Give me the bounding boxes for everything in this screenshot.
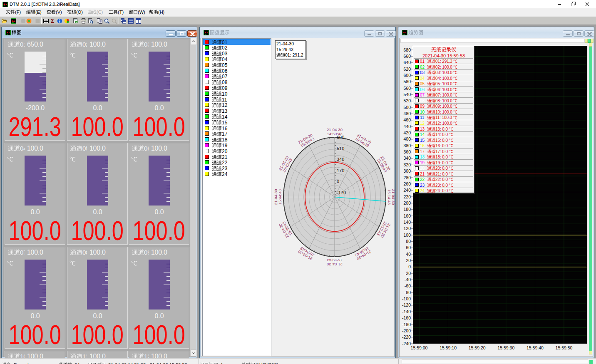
svg-text:480: 480 xyxy=(403,111,411,116)
svg-text:100: 100 xyxy=(403,233,411,238)
svg-text:60: 60 xyxy=(406,245,411,250)
svg-text:460: 460 xyxy=(403,117,411,122)
svg-text:15:29:43: 15:29:43 xyxy=(327,258,343,262)
svg-text:380: 380 xyxy=(403,143,411,148)
svg-text:540: 540 xyxy=(403,92,411,97)
svg-text:-180: -180 xyxy=(402,322,411,327)
svg-text:15:44:43: 15:44:43 xyxy=(278,189,282,205)
svg-text:-140: -140 xyxy=(402,309,411,314)
svg-text:170: 170 xyxy=(337,168,344,173)
svg-text:0: 0 xyxy=(408,264,411,269)
svg-text:-80: -80 xyxy=(405,290,411,295)
svg-text:80: 80 xyxy=(406,239,411,244)
svg-text:15:59:20: 15:59:20 xyxy=(469,345,486,350)
svg-text:240: 240 xyxy=(403,188,411,193)
svg-text:360: 360 xyxy=(403,149,411,154)
svg-text:500: 500 xyxy=(403,105,411,110)
svg-text:-240: -240 xyxy=(402,341,411,346)
svg-text:-160: -160 xyxy=(402,315,411,320)
svg-text:-20: -20 xyxy=(405,271,411,276)
svg-text:560: 560 xyxy=(403,86,411,91)
svg-text:160: 160 xyxy=(403,213,411,218)
svg-text:15:59:00: 15:59:00 xyxy=(411,345,428,350)
svg-text:420: 420 xyxy=(403,130,411,135)
svg-text:260: 260 xyxy=(403,181,411,186)
svg-text:440: 440 xyxy=(403,124,411,129)
svg-text:300: 300 xyxy=(403,168,411,173)
svg-text:-60: -60 xyxy=(405,283,411,288)
svg-text:15:59:10: 15:59:10 xyxy=(440,345,457,350)
svg-text:620: 620 xyxy=(403,67,411,72)
svg-text:15:59:50: 15:59:50 xyxy=(556,345,573,350)
svg-text:15:14:43: 15:14:43 xyxy=(387,189,392,205)
svg-text:140: 140 xyxy=(403,220,411,225)
svg-text:-100: -100 xyxy=(402,296,411,301)
svg-text:660: 660 xyxy=(403,54,411,59)
svg-text:510: 510 xyxy=(337,146,344,151)
svg-text:520: 520 xyxy=(403,98,411,103)
svg-text:400: 400 xyxy=(403,136,411,141)
svg-text:14:59:43: 14:59:43 xyxy=(327,131,343,136)
svg-text:-40: -40 xyxy=(405,277,411,282)
svg-text:320: 320 xyxy=(403,162,411,167)
svg-text:0: 0 xyxy=(337,179,339,184)
svg-text:280: 280 xyxy=(403,175,411,180)
svg-text:680: 680 xyxy=(403,47,411,52)
svg-text:120: 120 xyxy=(403,226,411,231)
svg-text:600: 600 xyxy=(403,73,411,78)
svg-text:580: 580 xyxy=(403,79,411,84)
svg-text:220: 220 xyxy=(403,194,411,199)
svg-text:-170: -170 xyxy=(337,190,346,195)
svg-text:180: 180 xyxy=(403,207,411,212)
svg-text:-200: -200 xyxy=(402,328,411,333)
svg-text:200: 200 xyxy=(403,201,411,206)
svg-text:340: 340 xyxy=(403,156,411,161)
svg-text:640: 640 xyxy=(403,60,411,65)
svg-text:-120: -120 xyxy=(402,302,411,307)
svg-text:40: 40 xyxy=(406,252,411,257)
svg-text:15:59:30: 15:59:30 xyxy=(497,345,514,350)
svg-text:20: 20 xyxy=(406,258,411,263)
svg-text:340: 340 xyxy=(337,157,344,162)
svg-text:15:59:40: 15:59:40 xyxy=(526,345,544,350)
svg-text:-220: -220 xyxy=(402,334,411,339)
